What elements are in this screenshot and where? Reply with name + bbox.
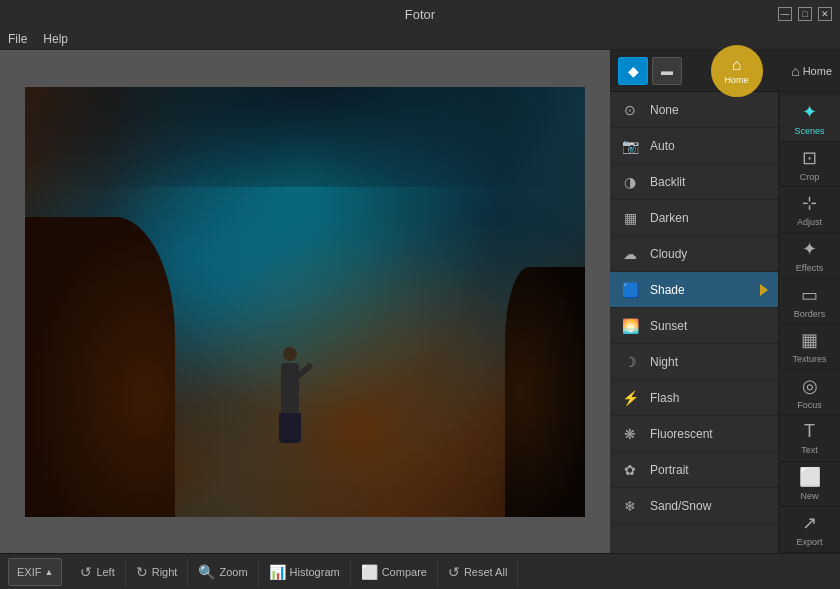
zoom-button[interactable]: 🔍 Zoom: [188, 558, 258, 586]
scene-icon-night: ☽: [620, 352, 640, 372]
close-button[interactable]: ✕: [818, 7, 832, 21]
window-controls: — □ ✕: [778, 7, 832, 21]
panel-body: ⊙None📷Auto◑Backlit▦Darken☁Cloudy🟦Shade🌅S…: [610, 92, 840, 553]
scene-label-darken: Darken: [650, 211, 689, 225]
scene-item-darken[interactable]: ▦Darken: [610, 200, 778, 236]
scene-icon-flash: ⚡: [620, 388, 640, 408]
tool-sidebar: ✦Scenes⊡Crop⊹Adjust✦Effects▭Borders▦Text…: [778, 92, 840, 553]
person-figure: [275, 347, 305, 437]
tool-item-scenes[interactable]: ✦Scenes: [780, 96, 840, 142]
person-body: [281, 363, 299, 413]
scene-item-shade[interactable]: 🟦Shade: [610, 272, 778, 308]
scene-item-sunset[interactable]: 🌅Sunset: [610, 308, 778, 344]
rotate-right-button[interactable]: ↻ Right: [126, 558, 189, 586]
scene-item-cloudy[interactable]: ☁Cloudy: [610, 236, 778, 272]
scene-item-fluorescent[interactable]: ❋Fluorescent: [610, 416, 778, 452]
tool-icon-borders: ▭: [801, 284, 818, 306]
scene-label-sunset: Sunset: [650, 319, 687, 333]
bottom-bar: EXIF ▲ ↺ Left ↻ Right 🔍 Zoom 📊 Histogram…: [0, 553, 840, 589]
rotate-left-button[interactable]: ↺ Left: [70, 558, 125, 586]
home-icon-circle: ⌂: [732, 56, 742, 74]
scene-icon-darken: ▦: [620, 208, 640, 228]
tool-item-focus[interactable]: ◎Focus: [780, 370, 840, 416]
scene-label-flash: Flash: [650, 391, 679, 405]
scene-item-none[interactable]: ⊙None: [610, 92, 778, 128]
panel-top: ◆ ▬ ⌂ Home ⌂ Home: [610, 50, 840, 92]
tool-icon-text: T: [804, 421, 815, 442]
tool-item-new[interactable]: ⬜New: [780, 462, 840, 508]
scene-icon-sand_snow: ❄: [620, 496, 640, 516]
rotate-right-label: Right: [152, 566, 178, 578]
tool-label-borders: Borders: [794, 309, 826, 319]
panel-tab-group: ◆ ▬: [618, 57, 682, 85]
panel-tab-second[interactable]: ▬: [652, 57, 682, 85]
panel-tab-blue[interactable]: ◆: [618, 57, 648, 85]
home-button-right[interactable]: ⌂ Home: [791, 63, 832, 79]
tool-item-effects[interactable]: ✦Effects: [780, 233, 840, 279]
scene-icon-auto: 📷: [620, 136, 640, 156]
tool-icon-effects: ✦: [802, 238, 817, 260]
exif-button[interactable]: EXIF ▲: [8, 558, 62, 586]
histogram-button[interactable]: 📊 Histogram: [259, 558, 351, 586]
scenes-list[interactable]: ⊙None📷Auto◑Backlit▦Darken☁Cloudy🟦Shade🌅S…: [610, 92, 778, 553]
tool-label-text: Text: [801, 445, 818, 455]
right-panel: ◆ ▬ ⌂ Home ⌂ Home ⊙: [610, 50, 840, 553]
tool-item-textures[interactable]: ▦Textures: [780, 325, 840, 371]
home-label-right: Home: [803, 65, 832, 77]
scene-item-sand_snow[interactable]: ❄Sand/Snow: [610, 488, 778, 524]
scene-label-cloudy: Cloudy: [650, 247, 687, 261]
photo-icon: ▬: [661, 64, 673, 78]
home-circle-button[interactable]: ⌂ Home: [711, 45, 763, 97]
tool-icon-new: ⬜: [799, 466, 821, 488]
compare-icon: ⬜: [361, 564, 378, 580]
rock-right: [505, 267, 585, 517]
tool-item-text[interactable]: TText: [780, 416, 840, 462]
exif-label: EXIF: [17, 566, 41, 578]
app-title: Fotor: [405, 7, 435, 22]
scene-icon-fluorescent: ❋: [620, 424, 640, 444]
tool-label-export: Export: [796, 537, 822, 547]
rotate-right-icon: ↻: [136, 564, 148, 580]
person-head: [283, 347, 297, 361]
compare-label: Compare: [382, 566, 427, 578]
tool-label-crop: Crop: [800, 172, 820, 182]
tool-item-export[interactable]: ↗Export: [780, 507, 840, 553]
tool-label-focus: Focus: [797, 400, 822, 410]
home-icon-right: ⌂: [791, 63, 799, 79]
scene-item-backlit[interactable]: ◑Backlit: [610, 164, 778, 200]
compare-button[interactable]: ⬜ Compare: [351, 558, 438, 586]
scene-item-auto[interactable]: 📷Auto: [610, 128, 778, 164]
menu-file[interactable]: File: [8, 32, 27, 46]
tool-icon-scenes: ✦: [802, 101, 817, 123]
home-circle-label: Home: [725, 75, 749, 85]
scene-icon-backlit: ◑: [620, 172, 640, 192]
photo-canvas: [25, 87, 585, 517]
title-bar: Fotor — □ ✕: [0, 0, 840, 28]
scene-item-flash[interactable]: ⚡Flash: [610, 380, 778, 416]
scene-label-fluorescent: Fluorescent: [650, 427, 713, 441]
active-arrow-shade: [760, 284, 768, 296]
tool-icon-focus: ◎: [802, 375, 818, 397]
tool-label-textures: Textures: [792, 354, 826, 364]
scene-item-night[interactable]: ☽Night: [610, 344, 778, 380]
canvas-area: [0, 50, 610, 553]
scene-icon-portrait: ✿: [620, 460, 640, 480]
tool-item-crop[interactable]: ⊡Crop: [780, 142, 840, 188]
reset-all-button[interactable]: ↺ Reset All: [438, 558, 518, 586]
tool-icon-export: ↗: [802, 512, 817, 534]
scene-icon-shade: 🟦: [620, 280, 640, 300]
scene-label-backlit: Backlit: [650, 175, 685, 189]
tool-item-borders[interactable]: ▭Borders: [780, 279, 840, 325]
scene-item-portrait[interactable]: ✿Portrait: [610, 452, 778, 488]
histogram-icon: 📊: [269, 564, 286, 580]
minimize-button[interactable]: —: [778, 7, 792, 21]
scene-label-shade: Shade: [650, 283, 685, 297]
reset-all-label: Reset All: [464, 566, 507, 578]
scene-label-sand_snow: Sand/Snow: [650, 499, 711, 513]
maximize-button[interactable]: □: [798, 7, 812, 21]
rotate-left-label: Left: [96, 566, 114, 578]
person-legs: [279, 413, 301, 443]
scene-icon-none: ⊙: [620, 100, 640, 120]
menu-help[interactable]: Help: [43, 32, 68, 46]
tool-item-adjust[interactable]: ⊹Adjust: [780, 187, 840, 233]
